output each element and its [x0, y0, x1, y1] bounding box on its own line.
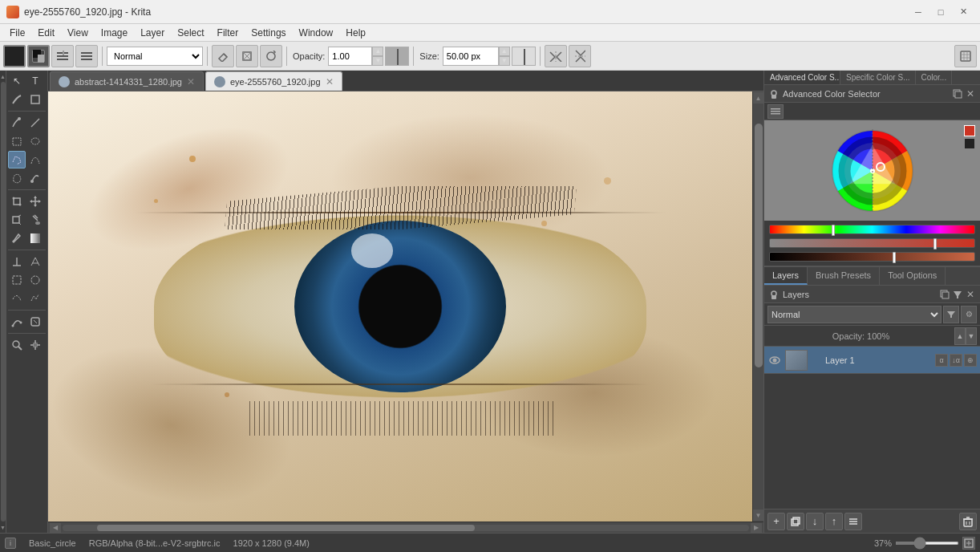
menu-edit[interactable]: Edit [31, 26, 61, 40]
layer-inherit-alpha-btn[interactable]: ↓α [950, 354, 962, 367]
mirror-h-btn[interactable] [545, 45, 567, 67]
val-slider-track[interactable] [769, 252, 975, 262]
crop-tool[interactable] [26, 91, 44, 108]
color-options-btn[interactable] [767, 104, 784, 119]
rect-select-tool[interactable] [8, 132, 26, 150]
layer-settings-btn[interactable]: ⚙ [961, 306, 977, 323]
zoom-tool[interactable] [8, 336, 26, 354]
copy-layer-btn[interactable] [787, 513, 804, 530]
size-up-btn[interactable]: ▲ [499, 47, 510, 56]
opacity-slider-container[interactable] [385, 47, 409, 66]
crop-resize-tool[interactable] [8, 211, 26, 229]
maximize-button[interactable]: □ [930, 4, 951, 20]
tab-eye[interactable]: eye-2555760_1920.jpg ✕ [205, 71, 342, 91]
vscroll-track[interactable] [754, 104, 763, 509]
gradient-tool[interactable] [26, 229, 44, 247]
size-input[interactable] [443, 47, 499, 66]
hue-slider-track[interactable] [769, 225, 975, 234]
layer-filter-btn[interactable] [943, 306, 959, 323]
text-tool[interactable]: T [26, 72, 44, 90]
perspective-grid-tool[interactable] [26, 253, 44, 270]
layer-visibility-btn[interactable] [767, 353, 782, 367]
zoom-slider[interactable] [895, 542, 959, 545]
layer-alpha-lock-btn[interactable]: α [935, 354, 948, 367]
horizontal-scrollbar[interactable]: ◀ ▶ [48, 522, 763, 533]
opacity-up-btn[interactable]: ▲ [372, 47, 383, 56]
line-tool[interactable] [26, 114, 44, 132]
vscroll-down-btn[interactable]: ▼ [753, 509, 764, 521]
clear-btn[interactable] [260, 45, 282, 67]
layer-lock-icon[interactable] [811, 355, 822, 366]
contiguous-select[interactable] [8, 290, 26, 307]
move-layer-up-btn[interactable]: ↑ [825, 513, 843, 530]
assistant-tool[interactable] [26, 313, 44, 331]
fill-tool[interactable] [26, 211, 44, 229]
menu-window[interactable]: Window [293, 26, 340, 40]
eraser-btn[interactable] [212, 45, 234, 67]
opacity-down-btn[interactable]: ▼ [372, 56, 383, 66]
size-down-btn[interactable]: ▼ [499, 56, 510, 66]
tool-options-btn[interactable] [51, 45, 74, 67]
layers-close-btn[interactable]: ✕ [964, 288, 977, 301]
sat-slider-track[interactable] [769, 238, 975, 248]
tab-brush-presets[interactable]: Brush Presets [808, 267, 880, 285]
vscroll-thumb[interactable] [755, 124, 763, 367]
measure-tool[interactable] [8, 253, 26, 270]
layer-passthrough-btn[interactable]: ⊕ [964, 354, 977, 367]
menu-select[interactable]: Select [171, 26, 210, 40]
bezier-select-tool[interactable] [26, 151, 44, 168]
eyedropper-tool[interactable] [8, 229, 26, 247]
delete-layer-btn[interactable] [959, 513, 977, 530]
mirror-v-btn[interactable] [569, 45, 591, 67]
brush-preview[interactable] [3, 45, 26, 67]
menu-filter[interactable]: Filter [211, 26, 245, 40]
move-layer-down-btn[interactable]: ↓ [806, 513, 824, 530]
menu-image[interactable]: Image [95, 26, 134, 40]
tab-abstract[interactable]: abstract-1414331_1280.jpg ✕ [50, 71, 204, 91]
vscroll-up-btn[interactable]: ▲ [753, 92, 764, 104]
bg-color-preview[interactable] [964, 138, 975, 149]
layers-opacity-up-btn[interactable]: ▲ [954, 327, 966, 345]
fg-color-preview[interactable] [964, 125, 975, 136]
toolbox-scroll-up[interactable]: ▲ [0, 72, 6, 80]
zoom-fit-btn[interactable] [962, 537, 975, 550]
layer-blend-mode-select[interactable]: Normal Multiply Screen [767, 306, 942, 323]
circular-select[interactable] [26, 271, 44, 289]
size-spinner[interactable]: ▲ ▼ [443, 47, 510, 66]
hscroll-thumb[interactable] [97, 525, 475, 531]
tab-specific-color[interactable]: Specific Color S... [840, 71, 916, 84]
color-panel-close-btn[interactable]: ✕ [964, 87, 977, 100]
pan-tool[interactable] [26, 336, 44, 354]
layers-float-btn[interactable] [938, 288, 951, 301]
hue-slider-thumb[interactable] [832, 225, 835, 236]
tab-color-extra[interactable]: Color... [916, 71, 952, 84]
menu-file[interactable]: File [3, 26, 31, 40]
menu-help[interactable]: Help [339, 26, 372, 40]
color-panel-float-btn[interactable] [951, 87, 964, 100]
tab-close-abstract[interactable]: ✕ [187, 76, 195, 87]
path-select-tool[interactable] [8, 313, 26, 331]
hscroll-right-btn[interactable]: ▶ [751, 523, 762, 533]
vertical-scrollbar[interactable]: ▲ ▼ [752, 91, 763, 522]
poly-select-tool[interactable] [8, 151, 26, 168]
move-tool[interactable] [26, 193, 44, 210]
menu-layer[interactable]: Layer [134, 26, 171, 40]
hscroll-left-btn[interactable]: ◀ [50, 523, 61, 533]
color-panel-lock-icon[interactable] [767, 87, 780, 100]
opacity-input[interactable] [328, 47, 372, 66]
sat-slider-thumb[interactable] [933, 238, 937, 250]
hscroll-track[interactable] [63, 525, 749, 531]
canvas-content[interactable] [48, 91, 752, 522]
layer-properties-btn[interactable] [844, 513, 862, 530]
val-slider-thumb[interactable] [893, 252, 896, 263]
select-shapes-tool[interactable]: ↖ [8, 72, 26, 90]
magnetic-select-tool[interactable] [26, 169, 44, 187]
close-button[interactable]: ✕ [953, 4, 974, 20]
transform-tool[interactable] [8, 193, 26, 210]
brush-preview2[interactable] [27, 45, 50, 67]
rect-select-2[interactable] [8, 271, 26, 289]
similar-color-select[interactable] [26, 290, 44, 307]
add-layer-btn[interactable]: + [767, 513, 785, 530]
toolbox-scroll-thumb[interactable] [1, 82, 6, 522]
ellipse-select-tool[interactable] [26, 132, 44, 150]
